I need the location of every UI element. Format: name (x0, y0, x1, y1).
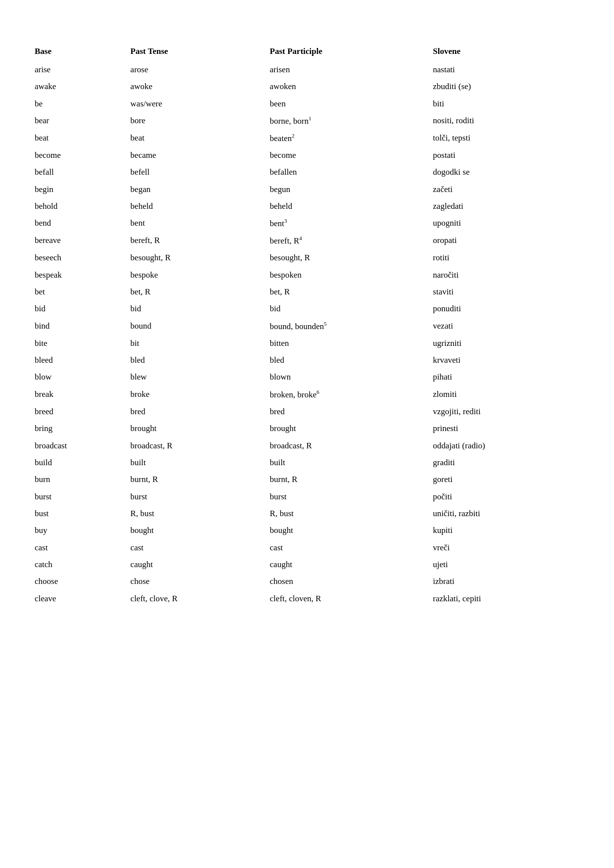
table-cell: bled (125, 352, 264, 369)
table-cell: broadcast, R (265, 437, 428, 454)
table-cell: goreti (428, 471, 579, 488)
table-row: becomebecamebecomepostati (35, 147, 579, 164)
table-cell: vzgojiti, rediti (428, 403, 579, 420)
table-cell: bring (35, 420, 125, 437)
table-row: beholdbeheldbeheldzagledati (35, 198, 579, 215)
table-cell: ponuditi (428, 300, 579, 317)
table-cell: become (35, 147, 125, 164)
table-cell: rotiti (428, 249, 579, 266)
table-cell: nastati (428, 61, 579, 78)
table-cell: blow (35, 369, 125, 386)
table-cell: burst (35, 488, 125, 505)
table-cell: besought, R (125, 249, 264, 266)
table-cell: brought (125, 420, 264, 437)
table-cell: bear (35, 112, 125, 130)
table-cell: burst (265, 488, 428, 505)
table-cell: kupiti (428, 522, 579, 539)
table-cell: bespoke (125, 267, 264, 284)
table-cell: burnt, R (265, 471, 428, 488)
table-cell: bite (35, 335, 125, 352)
table-cell: prinesti (428, 420, 579, 437)
table-cell: bereave (35, 232, 125, 249)
table-row: bringbroughtbroughtprinesti (35, 420, 579, 437)
table-cell: zlomiti (428, 386, 579, 403)
table-cell: vreči (428, 539, 579, 556)
table-row: bidbidbidponuditi (35, 300, 579, 317)
table-cell: biti (428, 96, 579, 112)
table-cell: broke (125, 386, 264, 403)
table-cell: bust (35, 505, 125, 522)
table-cell: bend (35, 215, 125, 232)
table-cell: arose (125, 61, 264, 78)
table-cell: be (35, 96, 125, 112)
table-header-row: BasePast TensePast ParticipleSlovene (35, 44, 579, 61)
table-cell: arise (35, 61, 125, 78)
table-cell: beheld (125, 198, 264, 215)
table-row: bearboreborne, born1nositi, roditi (35, 112, 579, 130)
table-row: broadcastbroadcast, Rbroadcast, Roddajat… (35, 437, 579, 454)
table-cell: bid (35, 300, 125, 317)
table-cell: cast (125, 539, 264, 556)
table-cell: buy (35, 522, 125, 539)
table-cell: cast (35, 539, 125, 556)
table-row: bitebitbittenugrizniti (35, 335, 579, 352)
table-row: bespeakbespokebespokennaročiti (35, 267, 579, 284)
table-cell: cleft, cloven, R (265, 590, 428, 607)
table-cell: ujeti (428, 556, 579, 573)
table-cell: ugrizniti (428, 335, 579, 352)
table-row: blowblewblownpihati (35, 369, 579, 386)
table-cell: been (265, 96, 428, 112)
table-cell: bled (265, 352, 428, 369)
table-cell: cleave (35, 590, 125, 607)
table-cell: oropati (428, 232, 579, 249)
table-cell: bet (35, 284, 125, 300)
table-cell: blown (265, 369, 428, 386)
table-cell: chosen (265, 573, 428, 590)
table-row: choosechosechosenizbrati (35, 573, 579, 590)
table-row: awakeawokeawokenzbuditi (se) (35, 78, 579, 95)
table-cell: bred (265, 403, 428, 420)
table-cell: beaten2 (265, 130, 428, 147)
table-cell: bid (265, 300, 428, 317)
table-cell: choose (35, 573, 125, 590)
table-row: bendbentbent3upogniti (35, 215, 579, 232)
column-header-base: Base (35, 44, 125, 61)
table-row: cleavecleft, clove, Rcleft, cloven, Rraz… (35, 590, 579, 607)
table-cell: pihati (428, 369, 579, 386)
table-cell: začeti (428, 181, 579, 198)
table-cell: bore (125, 112, 264, 130)
table-cell: bent3 (265, 215, 428, 232)
table-row: arisearosearisennastati (35, 61, 579, 78)
table-cell: uničiti, razbiti (428, 505, 579, 522)
table-cell: befell (125, 164, 264, 181)
table-cell: befallen (265, 164, 428, 181)
table-cell: bind (35, 318, 125, 335)
table-cell: catch (35, 556, 125, 573)
table-row: burstburstburstpočiti (35, 488, 579, 505)
table-row: bleedbledbledkrvaveti (35, 352, 579, 369)
table-row: catchcaughtcaughtujeti (35, 556, 579, 573)
table-cell: razklati, cepiti (428, 590, 579, 607)
table-row: beatbeatbeaten2tolči, tepsti (35, 130, 579, 147)
table-cell: staviti (428, 284, 579, 300)
table-row: beseechbesought, Rbesought, Rrotiti (35, 249, 579, 266)
table-cell: was/were (125, 96, 264, 112)
table-cell: bespoken (265, 267, 428, 284)
table-cell: blew (125, 369, 264, 386)
table-cell: cleft, clove, R (125, 590, 264, 607)
table-cell: zagledati (428, 198, 579, 215)
table-cell: besought, R (265, 249, 428, 266)
table-cell: broken, broke6 (265, 386, 428, 403)
table-row: breakbrokebroken, broke6zlomiti (35, 386, 579, 403)
table-cell: bred (125, 403, 264, 420)
table-cell: zbuditi (se) (428, 78, 579, 95)
table-row: burnburnt, Rburnt, Rgoreti (35, 471, 579, 488)
table-cell: tolči, tepsti (428, 130, 579, 147)
column-header-past participle: Past Participle (265, 44, 428, 61)
table-cell: vezati (428, 318, 579, 335)
table-cell: broadcast, R (125, 437, 264, 454)
table-cell: awake (35, 78, 125, 95)
table-cell: R, bust (125, 505, 264, 522)
table-cell: upogniti (428, 215, 579, 232)
table-cell: begin (35, 181, 125, 198)
